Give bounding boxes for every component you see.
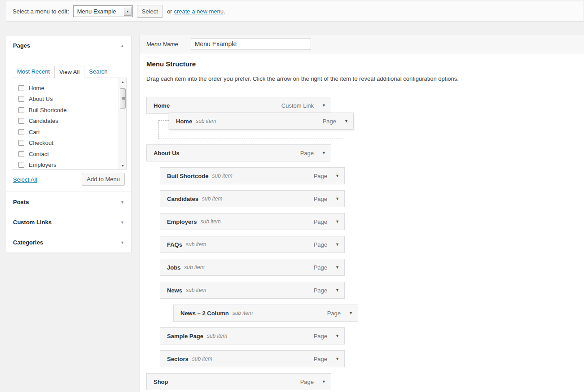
page-checkbox-row[interactable]: Home [18,83,126,94]
menu-item-handle[interactable]: Buil Shortcode sub item Page ▼ [160,167,345,184]
page-checkbox-row[interactable]: Candidates [18,116,126,127]
menu-item-handle[interactable]: About Us Page ▼ [146,144,331,161]
chevron-down-icon[interactable]: ▼ [344,119,348,123]
scroll-down-icon[interactable]: ▼ [119,162,127,169]
accordion-title: Custom Links [13,219,52,226]
or-text: or [167,8,172,15]
menu-item-subitem-label: sub item [192,356,212,362]
page-item-label: Contact [29,151,49,157]
chevron-down-icon[interactable]: ▼ [120,200,124,205]
menu-item-handle[interactable]: Home Custom Link ▼ [146,97,331,114]
page-checkbox-row[interactable]: Checkout [18,138,126,149]
select-all-link[interactable]: Select All [13,176,37,183]
menu-item-title: About Us [154,150,180,157]
page-item-label: Buil Shortcode [29,107,67,113]
pages-tabs: Most RecentView AllSearch [13,66,112,78]
page-checkbox-row[interactable]: Cart [18,126,126,138]
menu-item-type-label: Page [314,173,327,179]
menu-item-handle[interactable]: Home sub item Page ▼ [169,113,354,130]
menu-item-title: Buil Shortcode [167,173,208,179]
chevron-down-icon[interactable]: ▼ [335,174,339,178]
page-checkbox-row[interactable]: Employers [18,160,126,170]
scrollbar-thumb[interactable] [120,88,126,109]
pages-tab-view-all[interactable]: View All [54,66,84,78]
chevron-down-icon[interactable]: ▼ [349,311,353,315]
chevron-down-icon[interactable]: ▼ [335,219,339,224]
menu-item-type-label: Page [314,287,327,294]
chevron-down-icon[interactable]: ▼ [335,265,339,270]
checkbox-unchecked-icon[interactable] [18,118,24,124]
chevron-up-icon[interactable]: ▲ [120,44,124,48]
chevron-down-icon[interactable]: ▼ [335,242,339,247]
menu-item-subitem-label: sub item [212,173,232,179]
create-new-menu-link[interactable]: create a new menu [174,8,224,15]
menu-item-subitem-label: sub item [200,218,220,225]
scrollbar[interactable]: ▲ ▼ [119,78,126,169]
menu-item-title: Employers [167,218,197,225]
chevron-down-icon[interactable]: ▼ [335,357,339,361]
pages-title: Pages [13,42,30,49]
menu-item-handle[interactable]: News sub item Page ▼ [160,282,345,299]
checkbox-unchecked-icon[interactable] [18,129,24,135]
checkbox-unchecked-icon[interactable] [18,85,24,91]
menu-item-handle[interactable]: Sectors sub item Page ▼ [160,350,345,367]
add-to-menu-button[interactable]: Add to Menu [82,173,125,185]
menu-item-handle[interactable]: FAQs sub item Page ▼ [160,236,345,253]
menu-structure-title: Menu Structure [146,60,196,68]
scroll-up-icon[interactable]: ▲ [119,78,127,85]
menu-item-type-label: Page [314,196,327,202]
pages-section: Pages ▲ Most RecentView AllSearch Home A… [6,36,131,192]
menu-item-handle[interactable]: Sample Page sub item Page ▼ [160,327,345,344]
page-item-label: About Us [29,96,53,102]
checkbox-unchecked-icon[interactable] [18,96,24,102]
page-checkbox-row[interactable]: Buil Shortcode [18,105,126,116]
accordion-section-categories: Categories ▼ [6,232,131,253]
accordion-header[interactable]: Categories ▼ [6,232,131,253]
page-checkbox-row[interactable]: Contact [18,148,126,160]
accordion-header[interactable]: Custom Links ▼ [6,212,131,232]
chevron-down-icon[interactable]: ▼ [335,196,339,201]
chevron-down-icon[interactable]: ▼ [322,103,326,108]
menu-edit-panel: Menu Name Menu Structure Drag each item … [139,35,584,392]
menu-select-dropdown[interactable]: Menu Example ▼ [73,5,133,17]
menu-item-type-label: Page [327,310,341,317]
menu-item-handle[interactable]: Candidates sub item Page ▼ [160,190,345,207]
chevron-down-icon[interactable]: ▼ [120,220,124,225]
menu-item-subitem-label: sub item [184,264,204,270]
menu-name-label: Menu Name [146,41,178,48]
chevron-down-icon[interactable]: ▼ [335,288,339,292]
chevron-down-icon[interactable]: ▼ [322,151,326,155]
pages-tab-search[interactable]: Search [84,66,112,78]
dropdown-arrow-icon[interactable]: ▼ [124,7,132,16]
page-checkbox-row[interactable]: About Us [18,94,126,105]
accordion-header[interactable]: Posts ▼ [6,192,131,212]
accordion-section-posts: Posts ▼ [6,192,131,212]
checkbox-unchecked-icon[interactable] [18,107,24,113]
menu-item-handle[interactable]: Jobs sub item Page ▼ [160,259,345,276]
checkbox-unchecked-icon[interactable] [18,151,24,157]
menu-item-handle[interactable]: Shop Page ▼ [146,373,331,390]
menu-item-handle[interactable]: Employers sub item Page ▼ [160,213,345,230]
pages-accordion-header[interactable]: Pages ▲ [6,36,131,55]
chevron-down-icon[interactable]: ▼ [335,334,339,338]
checkbox-unchecked-icon[interactable] [18,140,24,146]
select-menu-label: Select a menu to edit: [13,8,69,15]
menu-item-type-label: Page [323,118,336,125]
page-item-label: Checkout [29,139,53,146]
menu-item-type-label: Page [314,241,327,248]
menu-item-title: Home [176,118,192,125]
page-item-label: Candidates [29,118,58,124]
select-button[interactable]: Select [137,5,163,17]
menu-item-subitem-label: sub item [186,241,206,248]
checkbox-unchecked-icon[interactable] [18,162,24,168]
pages-actions-row: Select All Add to Menu [6,173,131,192]
accordion-title: Categories [13,239,43,246]
menu-item-subitem-label: sub item [202,196,222,202]
menu-select-value: Menu Example [74,8,123,15]
menu-item-subitem-label: sub item [186,287,206,293]
chevron-down-icon[interactable]: ▼ [322,379,326,384]
chevron-down-icon[interactable]: ▼ [120,240,124,245]
pages-tab-most-recent[interactable]: Most Recent [13,66,54,78]
menu-name-input[interactable] [191,38,311,50]
menu-item-handle[interactable]: News – 2 Column sub item Page ▼ [173,305,358,322]
